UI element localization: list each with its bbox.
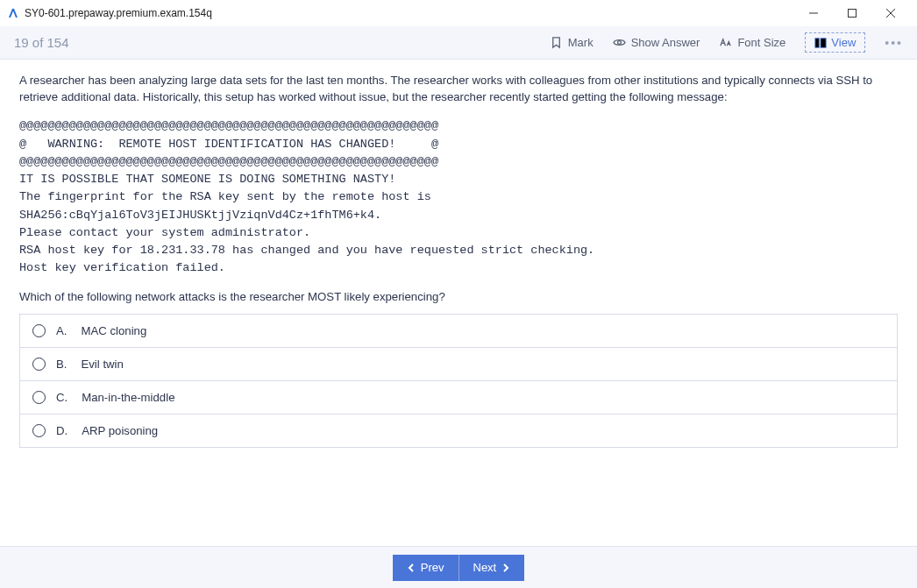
app-logo-icon: [7, 7, 19, 19]
answer-option[interactable]: B.Evil twin: [19, 347, 898, 381]
chevron-right-icon: [501, 563, 510, 572]
option-text: MAC cloning: [81, 324, 146, 337]
font-size-label: Font Size: [737, 36, 785, 49]
question-progress: 19 of 154: [14, 35, 550, 50]
option-text: ARP poisoning: [82, 424, 158, 437]
svg-point-4: [617, 41, 621, 45]
radio-icon: [32, 324, 46, 337]
prev-label: Prev: [421, 561, 444, 574]
svg-rect-6: [821, 38, 826, 47]
chevron-left-icon: [407, 563, 416, 572]
question-intro: A researcher has been analyzing large da…: [19, 72, 898, 105]
close-button[interactable]: [871, 0, 910, 26]
radio-icon: [32, 424, 46, 437]
show-answer-button[interactable]: Show Answer: [613, 36, 700, 49]
question-panel: A researcher has been analyzing large da…: [0, 60, 917, 546]
next-button[interactable]: Next: [459, 555, 525, 581]
radio-icon: [32, 358, 46, 371]
mark-button[interactable]: Mark: [550, 36, 594, 49]
answer-options: A.MAC cloningB.Evil twinC.Man-in-the-mid…: [19, 314, 898, 448]
question-prompt: Which of the following network attacks i…: [19, 290, 898, 303]
view-icon: [814, 37, 827, 49]
view-button[interactable]: View: [805, 32, 865, 53]
more-button[interactable]: •••: [885, 36, 903, 50]
answer-option[interactable]: D.ARP poisoning: [19, 414, 898, 448]
view-label: View: [831, 36, 856, 49]
svg-rect-1: [849, 10, 857, 18]
window-controls: [794, 0, 910, 26]
footer-nav: Prev Next: [0, 546, 917, 588]
option-letter: D.: [56, 424, 68, 437]
mark-label: Mark: [568, 36, 594, 49]
font-size-icon: [719, 36, 732, 49]
option-letter: B.: [56, 358, 67, 371]
option-text: Evil twin: [81, 358, 123, 371]
option-letter: A.: [56, 324, 67, 337]
radio-icon: [32, 391, 46, 404]
next-label: Next: [473, 561, 497, 574]
window-title: SY0-601.prepaway.premium.exam.154q: [25, 7, 794, 19]
show-answer-label: Show Answer: [631, 36, 700, 49]
answer-option[interactable]: C.Man-in-the-middle: [19, 380, 898, 414]
answer-option[interactable]: A.MAC cloning: [19, 314, 898, 348]
ssh-warning-codeblock: @@@@@@@@@@@@@@@@@@@@@@@@@@@@@@@@@@@@@@@@…: [19, 117, 898, 277]
svg-rect-5: [815, 38, 819, 47]
prev-button[interactable]: Prev: [393, 555, 459, 581]
option-text: Man-in-the-middle: [82, 391, 174, 404]
window-titlebar: SY0-601.prepaway.premium.exam.154q: [0, 0, 917, 26]
toolbar: 19 of 154 Mark Show Answer Font Size Vie…: [0, 26, 917, 60]
maximize-button[interactable]: [833, 0, 871, 26]
eye-icon: [613, 36, 626, 49]
bookmark-icon: [550, 36, 563, 49]
minimize-button[interactable]: [794, 0, 833, 26]
toolbar-right: Mark Show Answer Font Size View •••: [550, 32, 903, 53]
font-size-button[interactable]: Font Size: [719, 36, 785, 49]
option-letter: C.: [56, 391, 68, 404]
